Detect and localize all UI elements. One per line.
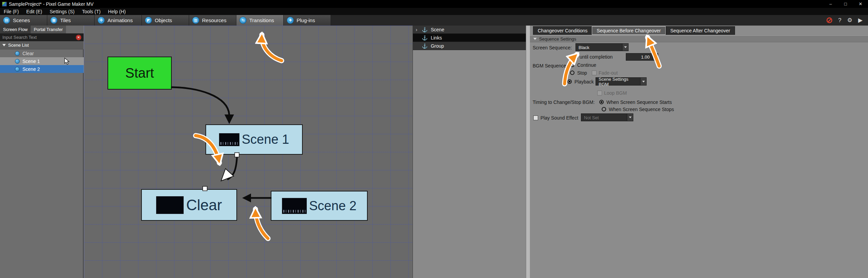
scene-icon [15,51,20,56]
link-start-scene1[interactable] [172,87,229,115]
spin-down-icon[interactable] [653,57,658,60]
scene-icon [15,59,20,64]
layer-row-scene[interactable]: › ⚓ Scene [413,26,526,34]
tab-plugins[interactable]: ✚ Plug-ins [284,15,331,26]
link-scene2-clear-arrowhead [242,194,251,202]
screen-sequence-dropdown[interactable]: Black [575,43,629,51]
bgm-playback-radio[interactable] [567,79,572,84]
link-start-scene1-arrowhead [224,114,234,124]
timing-starts-label: When Screen Sequence Starts [606,99,672,105]
list-item-label: Scene 2 [22,66,40,72]
left-panel-tabs: Screen Flow Portal Transfer [0,26,84,33]
toolbar-right: ? ⚙ ▶ [827,15,868,26]
tab-changeover-conditions[interactable]: Changeover Conditions [533,26,592,35]
help-icon[interactable]: ? [838,17,841,24]
play-sound-effect-checkbox[interactable] [533,115,538,120]
transitions-icon: ⇆ [239,17,247,24]
tab-objects[interactable]: ◩ Objects [142,15,189,26]
tab-objects-label: Objects [155,17,172,23]
menu-help[interactable]: Help (H) [104,8,130,15]
screen-sequence-label: Screen Sequence: [533,45,572,50]
anchor-icon: ⚓ [422,27,428,32]
timing-label: Timing to Change/Stop BGM: [533,99,595,105]
bgm-sequence-label: BGM Sequence: [533,63,568,68]
menu-edit[interactable]: Edit (E) [22,8,46,15]
tab-screen-flow[interactable]: Screen Flow [0,26,31,33]
anchor-icon: ⚓ [422,35,428,41]
tab-animations[interactable]: ✜ Animations [95,15,142,26]
tab-tiles[interactable]: ▦ Tiles [47,15,95,26]
fade-out-label: Fade-out [599,70,618,76]
tab-transitions-label: Transitions [249,17,274,23]
tab-animations-label: Animations [107,17,133,23]
layer-row-links[interactable]: ⚓ Links [413,34,526,42]
chevron-down-icon [622,44,628,51]
tab-sequence-after-changeover[interactable]: Sequence After Changeover [666,26,735,35]
fade-out-checkbox[interactable] [592,71,597,75]
search-bar: Input Search Text ✕ [0,33,84,41]
toolbar: ▤ Scenes ▦ Tiles ✜ Animations ◩ Objects … [0,15,868,26]
search-input[interactable]: Input Search Text [2,35,76,40]
timing-starts-radio[interactable] [599,100,604,104]
close-button[interactable]: ✕ [853,0,868,8]
tab-resources[interactable]: ▥ Resources [189,15,236,26]
tab-scenes-label: Scenes [13,17,30,23]
middle-panel-scrollbar[interactable] [526,26,530,278]
link-handle-scene1-bottom[interactable] [235,153,239,157]
record-disabled-icon[interactable] [827,17,832,23]
flow-canvas[interactable]: Start Scene 1 Clear Scene 2 [84,26,413,278]
tab-portal-transfer[interactable]: Portal Transfer [31,26,66,33]
bgm-playback-dropdown[interactable]: Scene Settings BGM [596,77,647,86]
loop-bgm-checkbox[interactable] [597,91,602,95]
link-handle-clear-top[interactable] [203,186,207,191]
bgm-continue-radio[interactable] [570,63,574,67]
tiles-icon: ▦ [50,17,57,24]
scene-icon [15,67,20,72]
flow-connections [84,26,413,278]
objects-icon: ◩ [145,17,152,24]
until-completion-spinner[interactable]: 1.00 [626,53,658,61]
run-icon[interactable]: ▶ [858,17,863,24]
spin-up-icon[interactable] [653,53,658,57]
tab-resources-label: Resources [202,17,227,23]
bgm-continue-label: Continue [577,62,596,68]
menu-tools[interactable]: Tools (T) [78,8,104,15]
bgm-stop-radio[interactable] [570,71,574,75]
tab-transitions[interactable]: ⇆ Transitions [236,15,284,26]
minimize-button[interactable]: – [823,0,838,8]
tab-scenes[interactable]: ▤ Scenes [0,15,47,26]
clear-search-icon[interactable]: ✕ [76,35,81,40]
layer-row-group[interactable]: ⚓ Group [413,42,526,50]
sound-effect-dropdown[interactable]: Not Set [581,113,633,121]
maximize-button[interactable]: □ [838,0,853,8]
menu-file[interactable]: File (F) [0,8,22,15]
mouse-cursor [64,58,70,65]
sequence-settings-header[interactable]: Sequence Settings [530,35,868,42]
until-completion-value: 1.00 [626,53,652,60]
sound-effect-value: Not Set [581,114,627,121]
menubar: File (F) Edit (E) Settings (S) Tools (T)… [0,8,868,15]
expander-icon[interactable]: › [416,27,419,32]
until-completion-label: until completion [580,54,613,60]
menu-settings[interactable]: Settings (S) [46,8,78,15]
timing-stops-radio[interactable] [602,107,606,111]
resources-icon: ▥ [192,17,199,24]
layer-row-label: Links [431,35,442,41]
tab-tiles-label: Tiles [60,17,71,23]
tab-sequence-before-changeover[interactable]: Sequence Before Changeover [592,26,665,35]
layer-row-label: Group [431,43,444,49]
window-controls: – □ ✕ [823,0,868,8]
list-item-label: Clear [22,51,34,56]
bgm-playback-label: Playback [574,79,594,84]
bgm-stop-label: Stop [577,70,587,76]
until-completion-checkbox[interactable]: ✓ [573,54,578,59]
list-item-clear[interactable]: Clear [0,49,84,57]
scene-list-header[interactable]: Scene List [0,41,84,49]
workspace: Screen Flow Portal Transfer Input Search… [0,26,868,278]
list-item-scene-2[interactable]: Scene 2 [0,65,84,73]
gear-icon[interactable]: ⚙ [847,17,852,24]
scene-flow-panel: Screen Flow Portal Transfer Input Search… [0,26,84,278]
titlebar: SampleProject* - Pixel Game Maker MV – □… [0,0,868,8]
list-item-scene-1[interactable]: Scene 1 [0,57,84,65]
spinner-buttons [652,53,658,60]
